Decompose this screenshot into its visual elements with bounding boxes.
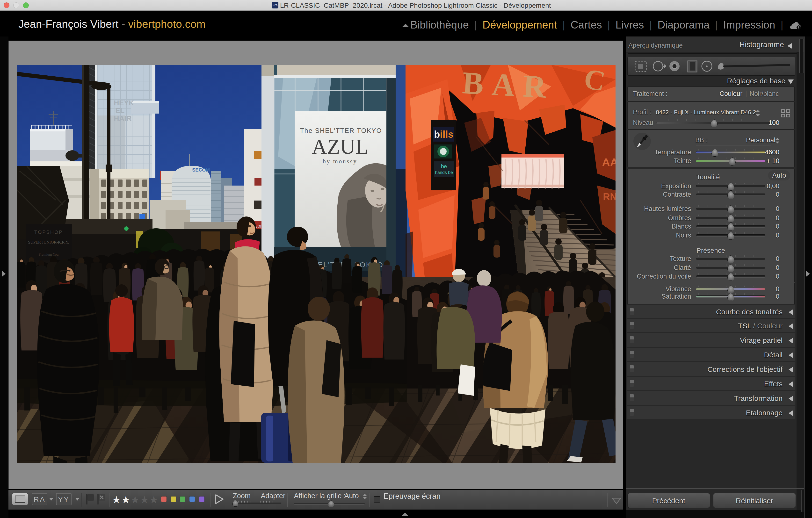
svg-text:HAIR: HAIR xyxy=(114,114,132,122)
svg-text:be: be xyxy=(441,163,447,170)
svg-text:BAR: BAR xyxy=(461,65,555,105)
svg-text:hands be: hands be xyxy=(435,170,453,175)
svg-text:EL: EL xyxy=(115,106,124,115)
svg-text:AZUL: AZUL xyxy=(312,135,369,158)
svg-text:bills: bills xyxy=(434,129,453,140)
svg-text:The SHEL'TTER TOKYO: The SHEL'TTER TOKYO xyxy=(300,127,382,134)
svg-text:Premium You: Premium You xyxy=(39,252,59,256)
svg-text:HEYK: HEYK xyxy=(114,99,134,107)
svg-text:SUPER JUNIOR-K.R.Y.: SUPER JUNIOR-K.R.Y. xyxy=(28,240,69,244)
svg-text:SECOM: SECOM xyxy=(192,167,210,173)
svg-text:by moussy: by moussy xyxy=(323,158,357,164)
svg-text:AA: AA xyxy=(602,156,615,169)
svg-text:TOPSHOP: TOPSHOP xyxy=(34,230,63,235)
svg-text:RN: RN xyxy=(603,191,615,202)
